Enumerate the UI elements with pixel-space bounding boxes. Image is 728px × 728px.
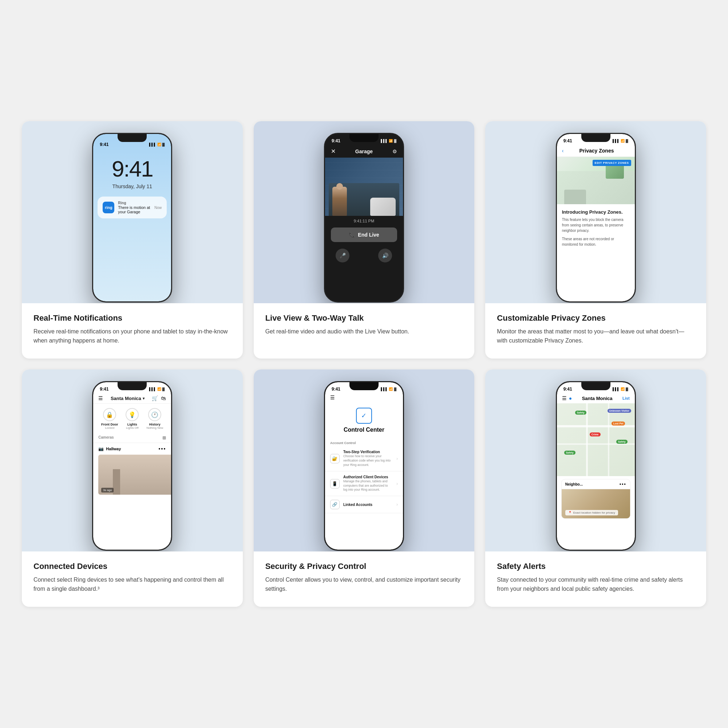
edit-privacy-button[interactable]: EDIT PRIVACY ZONES [593,160,631,166]
auth-devices-icon: 📱 [330,479,340,488]
hallway-item [113,469,120,495]
person-head [336,183,343,190]
features-grid: 9:41 ▌▌▌ 📶 ▓ 9:41 Thursday, July 11 ring [22,121,706,606]
map-pin-safety-1: Safety [575,411,586,414]
wifi-icon-devices: 📶 [157,387,161,391]
card-security: 9:41 ▌▌▌ 📶 ▓ ☰ ✓ Control Center [254,369,475,607]
phone-privacy: 9:41 ▌▌▌ 📶 ▓ ‹ Privacy Zones [556,133,636,303]
card-content-safety: Safety Alerts Stay connected to your com… [485,551,706,607]
signal-icon-privacy: ▌▌▌ [613,139,619,143]
mute-button[interactable]: 🎤 [336,249,349,262]
speaker-button[interactable]: 🔊 [378,249,392,262]
card-image-notifications: 9:41 ▌▌▌ 📶 ▓ 9:41 Thursday, July 11 ring [22,121,243,303]
card-desc-live: Get real-time video and audio with the L… [265,327,463,336]
cart-icon[interactable]: 🛍 [161,395,166,401]
card-desc-privacy: Monitor the areas that matter most to yo… [497,327,694,346]
camera-name: Hallway [106,447,158,451]
chevron-icon-2: › [396,481,398,486]
map-header-left: ☰ ● [562,395,572,401]
signal-icon-devices: ▌▌▌ [149,387,156,391]
signal-icon-live: ▌▌▌ [381,139,388,143]
privacy-header: ‹ Privacy Zones [557,145,635,157]
device-front-door[interactable]: 🔒 Front Door Locked [98,408,121,430]
list-label[interactable]: List [622,396,630,401]
card-title-notifications: Real-Time Notifications [34,314,231,323]
account-control-section: Account Control [325,438,403,446]
phone-notch-security [349,382,379,390]
devices-screen: 9:41 ▌▌▌ 📶 ▓ ☰ Santa Monica ▾ [93,382,171,550]
mic-icon: 🎤 [340,252,346,258]
wifi-icon: 📶 [157,143,161,146]
security-nav: ☰ [325,393,403,402]
two-step-desc: Choose how to receive your verification … [343,454,393,467]
header-icons: 🛒 🛍 [152,395,166,401]
device-status-1: Locked [98,426,121,430]
lock-date: Thursday, July 11 [93,184,171,189]
device-icons-row: 🔒 Front Door Locked 💡 Lights Lights Off … [93,404,171,434]
card-title-safety: Safety Alerts [497,562,694,571]
menu-icon-map[interactable]: ☰ [562,395,567,401]
control-center-icon: ✓ [356,408,372,424]
status-time: 9:41 [100,142,109,147]
cameras-section: Cameras ⊞ [93,434,171,443]
status-icons-privacy: ▌▌▌ 📶 ▓ [613,139,628,143]
more-icon[interactable]: ••• [159,446,166,452]
status-icons: ▌▌▌ 📶 ▓ [149,143,165,146]
privacy-title: Privacy Zones [563,148,629,154]
bell-icon[interactable]: 🛒 [152,395,158,401]
lockscreen-screen: 9:41 ▌▌▌ 📶 ▓ 9:41 Thursday, July 11 ring [93,134,171,301]
status-icons-live: ▌▌▌ 📶 ▓ [381,139,396,143]
card-image-security: 9:41 ▌▌▌ 📶 ▓ ☰ ✓ Control Center [254,369,475,551]
status-time-safety: 9:41 [563,387,572,392]
lock-icon: 🔒 [103,408,116,421]
person-silhouette [332,187,347,216]
notification-text: Ring There is motion at your Garage [118,201,151,214]
close-icon[interactable]: ✕ [331,148,336,155]
device-lights[interactable]: 💡 Lights Lights Off [121,408,144,430]
linked-accounts-item[interactable]: 🔗 Linked Accounts › [325,496,403,513]
map-view: Safety Crime Safety Lost Pet Unknown Vis… [557,403,635,476]
furniture-silhouette [564,190,586,204]
map-pin-crime: Crime [590,433,601,436]
card-title-privacy: Customizable Privacy Zones [497,314,694,323]
signal-icon: ▌▌▌ [149,143,156,146]
lock-clock: 9:41 [93,156,171,182]
grid-view-icon[interactable]: ⊞ [162,435,166,440]
video-content [329,183,399,216]
linked-accounts-icon: 🔗 [330,500,340,509]
phone-security: 9:41 ▌▌▌ 📶 ▓ ☰ ✓ Control Center [324,381,404,551]
card-desc-devices: Connect select Ring devices to see what'… [34,575,231,594]
cameras-label: Cameras [98,435,113,440]
light-icon: 💡 [125,408,139,421]
car-silhouette [370,198,396,216]
device-history[interactable]: 🕐 History Nothing New [144,408,166,430]
card-image-safety: 9:41 ▌▌▌ 📶 ▓ ☰ ● Santa Monica L [485,369,706,551]
notification-card: ring Ring There is motion at your Garage… [98,197,167,219]
privacy-intro-text2: These areas are not recorded or monitore… [562,236,630,247]
menu-icon[interactable]: ☰ [98,395,103,401]
more-icon-map[interactable]: ••• [619,482,626,487]
card-desc-notifications: Receive real-time notifications on your … [34,327,231,346]
status-time-privacy: 9:41 [563,138,572,144]
phone-notch-devices [118,382,147,390]
card-content-security: Security & Privacy Control Control Cente… [254,551,475,607]
card-content-notifications: Real-Time Notifications Receive real-tim… [22,303,243,359]
security-center-title: Control Center [325,427,403,433]
ring-icon-map: ● [569,395,572,401]
two-step-item[interactable]: 🔐 Two-Step Verification Choose how to re… [325,446,403,471]
settings-icon[interactable]: ⚙ [392,148,397,154]
signal-icon-security: ▌▌▌ [381,387,388,391]
auth-devices-item[interactable]: 📱 Authorized Client Devices Manage the p… [325,471,403,497]
road-v1 [586,403,588,476]
menu-icon-security[interactable]: ☰ [330,395,335,401]
end-live-label: End Live [358,232,379,238]
dropdown-icon[interactable]: ▾ [143,396,145,401]
end-live-button[interactable]: 📞 End Live [331,228,397,242]
ring-app-icon: ring [102,202,114,213]
notification-message: There is motion at your Garage [118,205,151,214]
neighbor-label: Neighbo... [565,482,583,486]
status-time-devices: 9:41 [100,387,109,392]
status-time-live: 9:41 [332,138,340,144]
liveview-screen: 9:41 ▌▌▌ 📶 ▓ ✕ Garage ⚙ [325,134,403,301]
phone-icon: 📞 [349,232,355,238]
